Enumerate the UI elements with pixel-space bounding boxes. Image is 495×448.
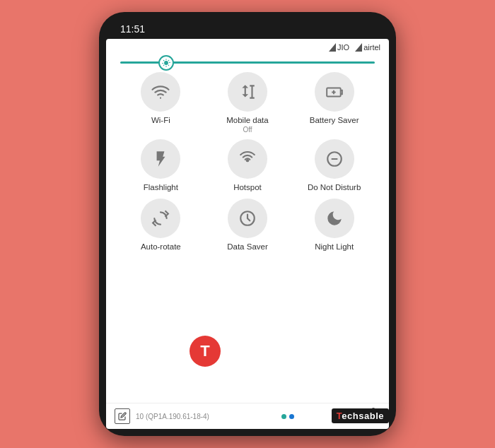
tile-flashlight[interactable]: Flashlight — [125, 139, 196, 193]
dnd-label: Do Not Disturb — [308, 183, 361, 193]
svg-marker-0 — [329, 43, 336, 52]
wifi-icon-wrap — [141, 72, 180, 112]
data-saver-icon — [238, 209, 257, 228]
quick-tiles: Wi-Fi Mobile data Off — [106, 72, 389, 403]
wifi-icon — [151, 83, 170, 101]
data-saver-icon-wrap — [228, 199, 267, 238]
dot-1 — [281, 414, 286, 419]
phone-frame: 11:51 JIO airtel — [99, 12, 396, 436]
night-light-icon — [325, 209, 344, 228]
night-light-label: Night Light — [315, 242, 354, 252]
page-dots — [281, 414, 294, 419]
carrier-jio: JIO — [329, 43, 349, 52]
mobile-data-label: Mobile data — [226, 116, 268, 126]
night-light-icon-wrap — [315, 199, 354, 238]
brightness-slider[interactable] — [120, 61, 375, 64]
wifi-label: Wi-Fi — [151, 116, 170, 126]
carrier-airtel-label: airtel — [363, 43, 380, 52]
tiles-row-3: Auto-rotate Data Saver — [117, 199, 378, 252]
mobile-data-icon — [238, 83, 257, 101]
tile-data-saver[interactable]: Data Saver — [212, 199, 283, 252]
brightness-thumb[interactable] — [158, 55, 174, 71]
carrier-jio-label: JIO — [337, 43, 349, 52]
techsable-rest: echsable — [342, 411, 384, 421]
tile-battery-saver[interactable]: Battery Saver — [299, 72, 370, 134]
tile-dnd[interactable]: Do Not Disturb — [299, 139, 370, 193]
status-bar-top: 11:51 — [106, 19, 389, 39]
hotspot-icon — [238, 150, 257, 168]
auto-rotate-icon-wrap — [141, 199, 180, 238]
tiles-row-2: Flashlight Hotspot — [117, 139, 378, 193]
data-saver-label: Data Saver — [227, 242, 268, 252]
tile-wifi[interactable]: Wi-Fi — [125, 72, 196, 134]
mobile-data-sublabel: Off — [243, 126, 252, 134]
battery-saver-label: Battery Saver — [310, 116, 359, 126]
dot-2 — [289, 414, 294, 419]
dnd-icon — [325, 150, 344, 168]
battery-saver-icon-wrap — [315, 72, 354, 112]
hotspot-icon-wrap — [228, 139, 267, 179]
auto-rotate-label: Auto-rotate — [141, 242, 181, 252]
tile-night-light[interactable]: Night Light — [299, 199, 370, 252]
techsable-watermark: Techsable — [332, 408, 389, 423]
edit-button[interactable] — [115, 408, 130, 424]
mobile-data-icon-wrap — [228, 72, 267, 112]
carrier-airtel: airtel — [355, 43, 380, 52]
svg-marker-1 — [355, 43, 362, 52]
flashlight-icon — [151, 150, 170, 168]
flashlight-icon-wrap — [141, 139, 180, 179]
build-info: 10 (QP1A.190.61-18-4) — [136, 413, 209, 420]
tiles-row-1: Wi-Fi Mobile data Off — [117, 72, 378, 134]
tile-hotspot[interactable]: Hotspot — [212, 139, 283, 193]
hotspot-label: Hotspot — [233, 183, 262, 193]
phone-screen: JIO airtel — [106, 39, 389, 429]
auto-rotate-icon — [151, 209, 170, 228]
battery-icon — [325, 83, 344, 101]
dnd-icon-wrap — [315, 139, 354, 179]
sun-icon — [161, 58, 171, 68]
status-bar: JIO airtel — [106, 39, 389, 56]
tile-auto-rotate[interactable]: Auto-rotate — [125, 199, 196, 252]
time: 11:51 — [120, 23, 145, 35]
brightness-row[interactable] — [106, 56, 389, 72]
tile-mobile-data[interactable]: Mobile data Off — [212, 72, 283, 134]
flashlight-label: Flashlight — [144, 183, 178, 193]
bottom-bar-left: 10 (QP1A.190.61-18-4) — [115, 408, 209, 424]
